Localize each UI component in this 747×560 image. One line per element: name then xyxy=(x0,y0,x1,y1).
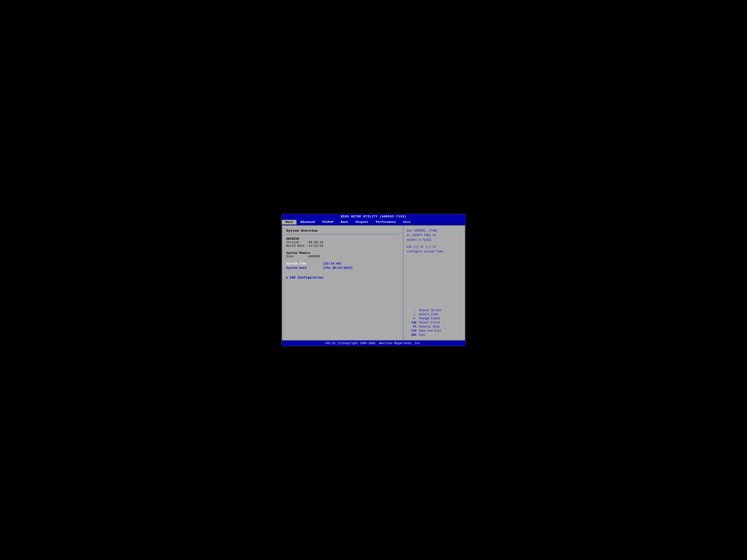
footer-text: v02.61 (C)Copyright 1985-2006, American … xyxy=(326,342,421,345)
shortcut-list: ← Select Screen ↑↓ Select Item +- Change… xyxy=(407,309,462,337)
system-time-value[interactable]: [22:18:49] xyxy=(323,262,341,265)
shortcut-general-help: F1 General Help xyxy=(407,325,462,328)
help-line-2: select a field. xyxy=(407,238,462,242)
main-content: System Overview AMIBIOS Version :08.00.1… xyxy=(282,225,465,341)
arrow-right-icon: ► xyxy=(286,276,288,279)
help-line-1: or [SHIFT-TAB] to xyxy=(407,233,462,237)
nav-item-exit[interactable]: Exit xyxy=(400,220,414,224)
ide-configuration-row[interactable]: ► IDE Configuration xyxy=(286,276,399,279)
shortcut-desc-select-item: Select Item xyxy=(419,313,438,316)
help-spacer xyxy=(407,242,462,245)
ide-config-label: IDE Configuration xyxy=(290,276,323,279)
build-date-row: Build Date :11/12/10 xyxy=(286,244,399,248)
help-text-block: Use [ENTER], [TAB] or [SHIFT-TAB] to sel… xyxy=(407,229,462,254)
system-date-row: System Date [Thu 06/22/2023] xyxy=(286,266,399,270)
shortcut-select-item: ↑↓ Select Item xyxy=(407,313,462,316)
shortcut-key-esc: ESC xyxy=(407,333,416,337)
shortcut-key-updown: ↑↓ xyxy=(407,313,416,316)
help-line-0: Use [ENTER], [TAB] xyxy=(407,229,462,233)
shortcut-desc-esc-exit: Exit xyxy=(419,333,426,337)
nav-item-main[interactable]: Main xyxy=(282,220,297,224)
system-time-label[interactable]: System Time xyxy=(286,262,323,265)
version-value: :08.00.15 xyxy=(307,241,323,244)
nav-item-chipset[interactable]: Chipset xyxy=(352,220,372,224)
shortcut-key-arrow: ← xyxy=(407,309,416,312)
nav-bar: Main Advanced PCIPnP Boot Chipset Perfor… xyxy=(282,219,465,225)
left-panel: System Overview AMIBIOS Version :08.00.1… xyxy=(282,225,404,340)
system-memory-group: System Memory Size :4096MB xyxy=(286,251,399,258)
shortcut-select-screen: ← Select Screen xyxy=(407,309,462,312)
nav-item-performance[interactable]: Performance xyxy=(372,220,400,224)
shortcut-desc-save-exit: Save and Exit xyxy=(419,329,441,332)
bios-screen: BIOS SETUP UTILITY (A0053C-TJ33) Main Ad… xyxy=(281,214,466,346)
section-title: System Overview xyxy=(286,229,399,233)
shortcut-key-plusminus: +- xyxy=(407,317,416,320)
shortcut-key-f10: F10 xyxy=(407,329,416,332)
shortcut-select-field: Tab Select Field xyxy=(407,321,462,324)
title-text: BIOS SETUP UTILITY (A0053C-TJ33) xyxy=(341,215,406,218)
shortcut-desc-select-screen: Select Screen xyxy=(419,309,441,312)
shortcut-esc-exit: ESC Exit xyxy=(407,333,462,337)
build-date-label: Build Date xyxy=(286,244,307,248)
help-line-5: configure system Time. xyxy=(407,249,462,254)
nav-item-boot[interactable]: Boot xyxy=(337,220,352,224)
amibios-group: AMIBIOS Version :08.00.15 Build Date :11… xyxy=(286,237,399,248)
shortcut-desc-general-help: General Help xyxy=(419,325,440,328)
system-time-row: System Time [22:18:49] xyxy=(286,262,399,265)
shortcut-change-field: +- Change Field xyxy=(407,317,462,320)
section-divider xyxy=(286,234,399,234)
version-row: Version :08.00.15 xyxy=(286,241,399,244)
footer-bar: v02.61 (C)Copyright 1985-2006, American … xyxy=(282,341,465,346)
version-label: Version xyxy=(286,241,307,244)
amibios-label: AMIBIOS xyxy=(286,237,399,241)
time-date-group: System Time [22:18:49] System Date [Thu … xyxy=(286,262,399,270)
nav-item-pciinp[interactable]: PCIPnP xyxy=(318,220,337,224)
right-panel: Use [ENTER], [TAB] or [SHIFT-TAB] to sel… xyxy=(404,225,465,340)
shortcut-desc-change-field: Change Field xyxy=(419,317,440,320)
size-value: :4096MB xyxy=(307,255,320,258)
shortcut-key-tab: Tab xyxy=(407,321,416,324)
system-date-value[interactable]: [Thu 06/22/2023] xyxy=(323,266,353,270)
nav-item-advanced[interactable]: Advanced xyxy=(297,220,318,224)
title-bar: BIOS SETUP UTILITY (A0053C-TJ33) xyxy=(282,214,465,219)
shortcut-save-exit: F10 Save and Exit xyxy=(407,329,462,332)
size-label: Size xyxy=(286,255,307,258)
shortcut-desc-select-field: Select Field xyxy=(419,321,440,324)
build-date-value: :11/12/10 xyxy=(307,244,323,248)
help-line-4: Use [+] or [-] to xyxy=(407,245,462,249)
size-row: Size :4096MB xyxy=(286,255,399,258)
system-memory-label: System Memory xyxy=(286,251,399,255)
system-date-label[interactable]: System Date xyxy=(286,266,323,270)
shortcut-key-f1: F1 xyxy=(407,325,416,328)
